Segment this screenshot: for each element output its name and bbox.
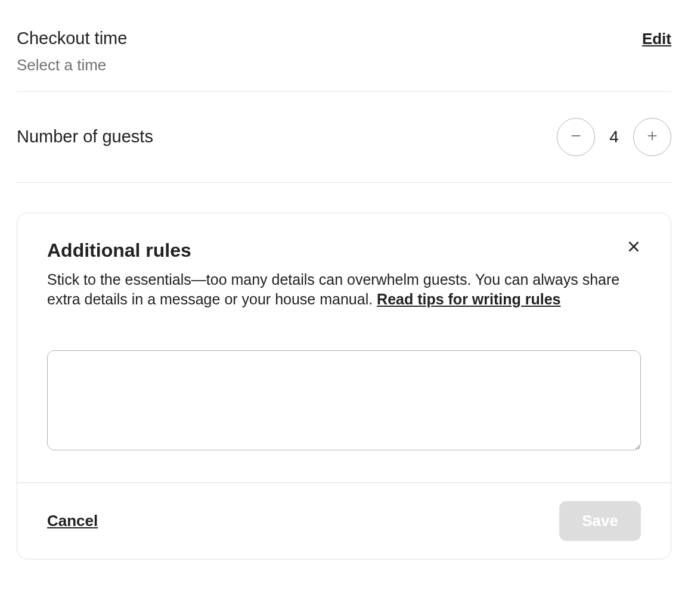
- checkout-time-section: Checkout time Select a time Edit: [17, 17, 671, 92]
- cancel-button[interactable]: Cancel: [47, 512, 98, 530]
- edit-button[interactable]: Edit: [642, 30, 671, 48]
- guests-section: Number of guests 4: [17, 92, 671, 183]
- plus-icon: [646, 129, 659, 144]
- checkout-time-title: Checkout time: [17, 27, 127, 50]
- guests-stepper: 4: [557, 118, 671, 156]
- increase-guests-button[interactable]: [633, 118, 671, 156]
- additional-rules-title: Additional rules: [47, 239, 641, 262]
- save-button[interactable]: Save: [559, 501, 641, 541]
- guests-value: 4: [608, 127, 620, 147]
- additional-rules-body: Additional rules Stick to the essentials…: [17, 213, 671, 483]
- additional-rules-footer: Cancel Save: [17, 483, 671, 559]
- close-icon: [626, 239, 641, 256]
- decrease-guests-button[interactable]: [557, 118, 595, 156]
- checkout-time-text-block: Checkout time Select a time: [17, 27, 127, 74]
- read-tips-link[interactable]: Read tips for writing rules: [377, 291, 560, 307]
- additional-rules-card: Additional rules Stick to the essentials…: [17, 213, 671, 560]
- close-button[interactable]: [623, 237, 644, 259]
- minus-icon: [569, 129, 582, 144]
- checkout-time-subtitle: Select a time: [17, 56, 127, 74]
- checkout-time-row: Checkout time Select a time Edit: [17, 27, 671, 74]
- additional-rules-description: Stick to the essentials—too many details…: [47, 270, 641, 310]
- additional-rules-textarea[interactable]: [47, 350, 641, 450]
- guests-title: Number of guests: [17, 126, 153, 148]
